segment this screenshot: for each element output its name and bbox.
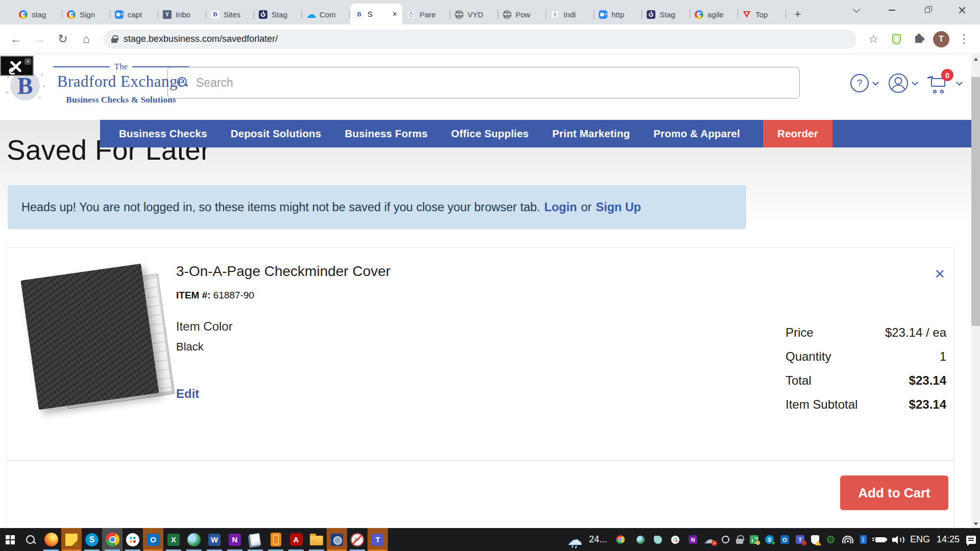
bookmark-star-button[interactable]: ☆ (863, 29, 884, 50)
browser-tab-sites[interactable]: B Sites (206, 4, 254, 24)
window-close-button[interactable] (950, 0, 974, 20)
browser-tab-sign[interactable]: Sign (62, 4, 110, 24)
taskbar-teams[interactable]: T (368, 528, 388, 551)
taskbar-onenote[interactable]: N (225, 528, 245, 551)
browser-tab-pare[interactable]: Pare (402, 4, 450, 24)
window-restore-button[interactable] (916, 0, 939, 20)
profile-button[interactable]: T (931, 29, 951, 49)
scrollbar-down-button[interactable] (971, 519, 980, 528)
globe-tray-icon[interactable] (636, 535, 645, 543)
login-link[interactable]: Login (544, 201, 577, 214)
back-button[interactable]: ← (5, 29, 27, 50)
browser-tab-stage2[interactable]: Stag (642, 4, 690, 24)
lock-icon[interactable] (111, 35, 117, 43)
new-tab-button[interactable]: + (790, 7, 805, 22)
teams-tray-icon[interactable]: T (796, 535, 804, 544)
taskbar-chrome[interactable] (102, 528, 122, 551)
product-image[interactable] (25, 265, 173, 413)
tab-close-icon[interactable]: ✕ (392, 10, 398, 18)
page-scrollbar[interactable] (971, 55, 980, 528)
edit-link[interactable]: Edit (176, 387, 199, 401)
wifi-icon[interactable] (842, 536, 853, 543)
search-input[interactable] (196, 76, 790, 90)
taskbar-slack[interactable] (122, 528, 143, 551)
browser-tab-http[interactable]: http (594, 4, 642, 24)
gear-tray-icon[interactable]: ⚙ (826, 534, 836, 545)
chrome-tray-icon[interactable] (616, 535, 625, 544)
nav-business-checks[interactable]: Business Checks (107, 120, 219, 147)
browser-tab-stag[interactable]: stag (14, 4, 62, 24)
onedrive-error-icon[interactable]: ☁✕ (704, 534, 715, 545)
teal-app-tray-icon[interactable] (654, 536, 662, 544)
volume-icon[interactable] (892, 535, 903, 544)
remove-item-icon[interactable]: ✕ (934, 267, 945, 281)
taskbar-sticky-notes[interactable] (61, 528, 82, 551)
taskbar-word[interactable]: W (204, 528, 225, 551)
nav-print-marketing[interactable]: Print Marketing (541, 120, 642, 147)
taskbar-excel[interactable]: X (163, 528, 184, 551)
nav-business-forms[interactable]: Business Forms (333, 120, 439, 147)
circle-tray-icon[interactable] (722, 536, 729, 543)
window-minimize-button[interactable] (880, 0, 903, 20)
signup-link[interactable]: Sign Up (596, 201, 641, 214)
taskbar-skype[interactable]: S (82, 528, 102, 551)
browser-tab-inbox[interactable]: Y Inbo (158, 4, 206, 24)
browser-menu-button[interactable]: ⋮ (953, 29, 975, 50)
battery-icon[interactable] (875, 537, 886, 542)
clock[interactable]: 14:25 (937, 534, 960, 545)
browser-tab-top[interactable]: Top (738, 4, 786, 24)
brand-logo[interactable]: The Bradford Exchange Business Checks & … (50, 62, 192, 105)
site-search-box[interactable] (167, 67, 800, 98)
taskbar-browser-globe[interactable] (184, 528, 204, 551)
tools-overlay-widget[interactable]: ✕ (0, 56, 34, 76)
onenote-tray-icon[interactable]: N (689, 535, 697, 544)
language-indicator[interactable]: ENG (910, 534, 930, 545)
overlay-close-icon[interactable]: ✕ (24, 58, 31, 65)
chevron-down-icon[interactable] (912, 79, 918, 86)
reload-button[interactable]: ↻ (52, 29, 74, 50)
forward-button[interactable]: → (29, 29, 50, 50)
taskbar-phone-app[interactable] (265, 528, 286, 551)
chevron-down-icon[interactable] (872, 79, 879, 86)
outlook-tray-icon[interactable]: O (780, 535, 789, 544)
taskbar-acrobat[interactable]: A (286, 528, 306, 551)
nav-reorder[interactable]: Reorder (763, 120, 832, 147)
nav-deposit-solutions[interactable]: Deposit Solutions (219, 120, 333, 147)
skype-tray-icon[interactable]: S (765, 535, 774, 544)
taskbar-snipping-tool[interactable]: ✂ (347, 528, 368, 551)
taskbar-file-explorer[interactable] (306, 528, 327, 551)
extensions-button[interactable] (909, 29, 929, 49)
browser-tab-agile[interactable]: agile (690, 4, 738, 24)
browser-tab-active-savedforlater[interactable]: B S ✕ (350, 4, 402, 24)
taskbar-firefox[interactable] (41, 528, 61, 551)
chevron-down-icon[interactable] (956, 79, 963, 86)
taskbar-outlook[interactable]: O (143, 528, 163, 551)
taskbar-textpad[interactable] (245, 528, 265, 551)
nav-promo-apparel[interactable]: Promo & Apparel (642, 120, 752, 147)
bluetooth-icon[interactable]: ᛒ (860, 535, 867, 544)
scrollbar-up-button[interactable] (971, 55, 980, 63)
taskbar-search-button[interactable] (20, 528, 41, 551)
defender-shield-icon[interactable] (811, 535, 819, 544)
cart-button[interactable]: 0 (930, 73, 952, 93)
add-to-cart-button[interactable]: Add to Cart (840, 475, 948, 510)
url-input[interactable] (124, 34, 848, 44)
address-bar[interactable] (103, 30, 856, 49)
action-center-icon[interactable] (966, 536, 976, 544)
lock-tray-icon[interactable] (736, 535, 743, 544)
nav-office-supplies[interactable]: Office Supplies (439, 120, 541, 147)
browser-tab-com[interactable]: ☁ Com (302, 4, 350, 24)
slack-tray-icon[interactable] (671, 535, 679, 543)
browser-tab-vyd[interactable]: VYD (450, 4, 498, 24)
browser-tab-pow[interactable]: Pow (498, 4, 546, 24)
adblock-extension-button[interactable] (886, 29, 906, 49)
browser-tab-indi[interactable]: t Indi (546, 4, 594, 24)
help-icon[interactable]: ? (850, 74, 869, 92)
start-button[interactable] (0, 528, 20, 551)
browser-tab-stage1[interactable]: Stag (254, 4, 302, 24)
weather-icon[interactable]: ☁ (567, 532, 582, 547)
taskbar-disc-app[interactable] (327, 528, 347, 551)
tab-search-button[interactable] (845, 0, 868, 20)
scrollbar-thumb[interactable] (971, 77, 980, 326)
browser-tab-capt[interactable]: capt (110, 4, 158, 24)
